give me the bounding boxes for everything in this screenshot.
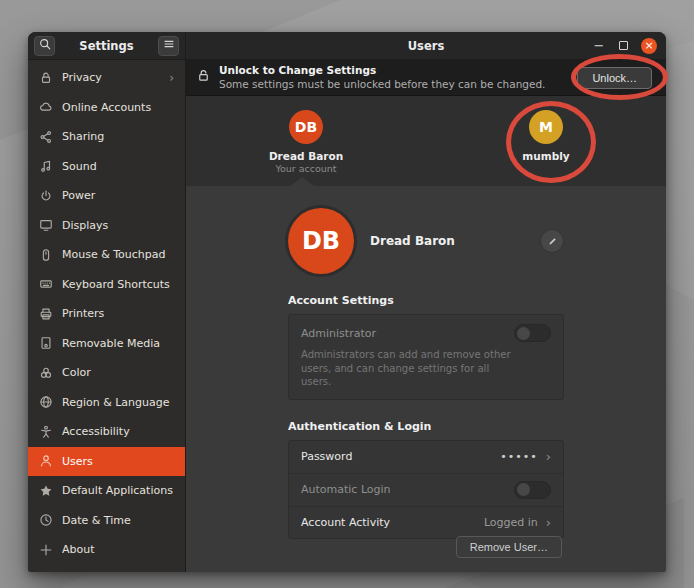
sidebar-item-label: Sound	[62, 160, 174, 173]
sidebar-item-label: Printers	[62, 307, 174, 320]
profile-name: Dread Baron	[370, 234, 524, 248]
sidebar-item-label: Color	[62, 366, 174, 379]
sidebar-item-label: Removable Media	[62, 337, 174, 350]
sidebar-item-date-time[interactable]: Date & Time	[28, 506, 185, 536]
sidebar-item-removable-media[interactable]: Removable Media	[28, 329, 185, 359]
carousel-user-dread-baron[interactable]: DB Dread Baron Your account	[269, 110, 343, 174]
profile-row: DB Dread Baron	[288, 208, 564, 274]
password-label: Password	[301, 450, 492, 463]
sidebar-item-label: Sharing	[62, 130, 174, 143]
headerbar: Users − ×	[186, 32, 666, 60]
sidebar-item-label: Privacy	[62, 71, 160, 84]
unlock-button[interactable]: Unlock…	[577, 67, 652, 89]
sidebar-item-printers[interactable]: Printers	[28, 299, 185, 329]
sidebar-item-accessibility[interactable]: Accessibility	[28, 417, 185, 447]
account-activity-row[interactable]: Account Activity Logged in ›	[289, 506, 563, 539]
unlock-title: Unlock to Change Settings	[219, 64, 569, 77]
automatic-login-row: Automatic Login	[289, 473, 563, 506]
clock-icon	[39, 513, 53, 527]
unlock-subtitle: Some settings must be unlocked before th…	[219, 78, 569, 91]
sidebar-item-label: Displays	[62, 219, 174, 232]
mouse-icon	[39, 248, 53, 262]
media-icon	[39, 336, 53, 350]
display-icon	[39, 218, 53, 232]
sidebar-item-label: Default Applications	[62, 484, 174, 497]
carousel-user-mumbly[interactable]: M mumbly	[522, 110, 569, 162]
sidebar-item-region-language[interactable]: Region & Language	[28, 388, 185, 418]
administrator-toggle[interactable]	[514, 324, 551, 342]
star-icon	[39, 484, 53, 498]
sidebar-item-privacy[interactable]: Privacy›	[28, 63, 185, 93]
chevron-right-icon: ›	[169, 71, 174, 85]
administrator-row: Administrator Administrators can add and…	[289, 315, 563, 399]
window-controls: − ×	[592, 38, 666, 54]
sidebar-item-mouse-touchpad[interactable]: Mouse & Touchpad	[28, 240, 185, 270]
sidebar-item-label: Mouse & Touchpad	[62, 248, 174, 261]
sidebar-item-label: Users	[62, 455, 174, 468]
sound-icon	[39, 159, 53, 173]
account-settings-card: Administrator Administrators can add and…	[288, 314, 564, 400]
accessibility-icon	[39, 425, 53, 439]
sidebar-item-label: Online Accounts	[62, 101, 174, 114]
remove-user-button[interactable]: Remove User…	[456, 536, 562, 558]
color-icon	[39, 366, 53, 380]
sidebar-item-default-applications[interactable]: Default Applications	[28, 476, 185, 506]
keyboard-icon	[39, 277, 53, 291]
administrator-label: Administrator	[301, 327, 514, 340]
automatic-login-toggle[interactable]	[514, 481, 551, 499]
password-value: •••••	[500, 450, 537, 463]
sidebar-item-label: Keyboard Shortcuts	[62, 278, 174, 291]
person-icon	[39, 454, 53, 468]
share-icon	[39, 130, 53, 144]
administrator-description: Administrators can add and remove other …	[301, 348, 516, 389]
plus-icon	[39, 543, 53, 557]
lock-icon	[196, 68, 211, 87]
sidebar-item-keyboard-shortcuts[interactable]: Keyboard Shortcuts	[28, 270, 185, 300]
sidebar-item-label: Region & Language	[62, 396, 174, 409]
edit-name-button[interactable]	[540, 229, 564, 253]
maximize-button[interactable]	[619, 41, 628, 50]
sidebar-item-color[interactable]: Color	[28, 358, 185, 388]
sidebar-nav: Privacy›Online AccountsSharingSoundPower…	[28, 60, 185, 572]
sidebar-headerbar: Settings	[28, 32, 185, 60]
selected-user-caret	[290, 177, 314, 186]
settings-window: Settings Privacy›Online AccountsSharingS…	[28, 32, 666, 572]
sidebar-item-label: Accessibility	[62, 425, 174, 438]
sidebar-item-users[interactable]: Users	[28, 447, 185, 477]
printer-icon	[39, 307, 53, 321]
lock-icon	[39, 71, 53, 85]
avatar: M	[529, 110, 563, 144]
sidebar-item-displays[interactable]: Displays	[28, 211, 185, 241]
close-button[interactable]: ×	[641, 38, 657, 54]
sidebar-item-sharing[interactable]: Sharing	[28, 122, 185, 152]
sidebar: Settings Privacy›Online AccountsSharingS…	[28, 32, 186, 572]
sidebar-title: Settings	[55, 39, 158, 53]
user-subtitle: Your account	[275, 163, 336, 174]
user-panel: DB Dread Baron Account Settings Administ…	[186, 186, 666, 572]
avatar[interactable]: DB	[288, 208, 354, 274]
unlock-banner: Unlock to Change Settings Some settings …	[186, 60, 666, 96]
automatic-login-label: Automatic Login	[301, 483, 506, 496]
menu-button[interactable]	[158, 36, 179, 56]
authentication-card: Password ••••• › Automatic Login Account…	[288, 440, 564, 540]
password-row[interactable]: Password ••••• ›	[289, 441, 563, 474]
user-carousel: DB Dread Baron Your account M mumbly	[186, 96, 666, 186]
account-activity-label: Account Activity	[301, 516, 476, 529]
chevron-right-icon: ›	[546, 515, 551, 530]
section-heading-authentication: Authentication & Login	[288, 420, 564, 433]
sidebar-item-label: Date & Time	[62, 514, 174, 527]
sidebar-item-label: Power	[62, 189, 174, 202]
section-heading-account-settings: Account Settings	[288, 294, 564, 307]
minimize-button[interactable]: −	[592, 41, 606, 51]
sidebar-item-sound[interactable]: Sound	[28, 152, 185, 182]
sidebar-item-about[interactable]: About	[28, 535, 185, 565]
user-name: mumbly	[522, 150, 569, 162]
avatar: DB	[289, 110, 323, 144]
sidebar-item-power[interactable]: Power	[28, 181, 185, 211]
search-button[interactable]	[34, 36, 55, 56]
content-pane: Users − × Unlock to Change Settings Some…	[186, 32, 666, 572]
sidebar-item-online-accounts[interactable]: Online Accounts	[28, 93, 185, 123]
pencil-icon	[547, 232, 558, 251]
hamburger-icon	[162, 36, 176, 55]
chevron-right-icon: ›	[546, 449, 551, 464]
